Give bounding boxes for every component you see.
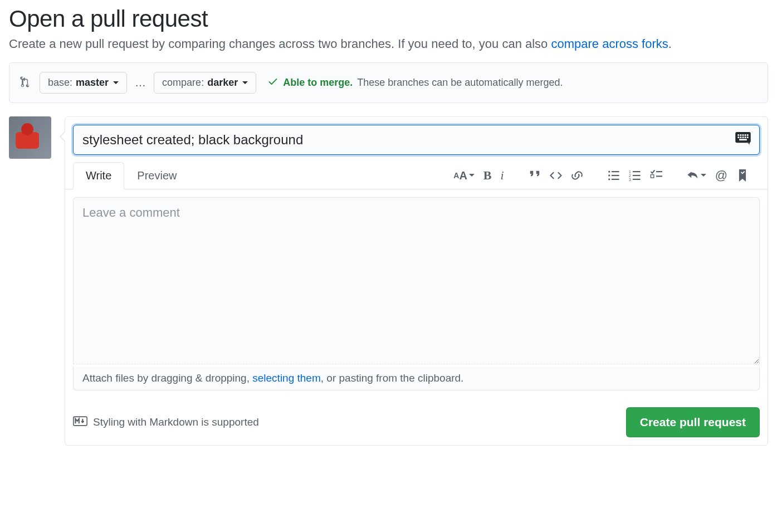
- svg-rect-11: [739, 139, 747, 141]
- svg-rect-24: [633, 178, 641, 179]
- ol-button[interactable]: 123: [627, 167, 643, 184]
- bold-button[interactable]: B: [481, 167, 494, 184]
- caret-down-icon: [113, 81, 119, 84]
- caret-down-icon: [242, 81, 248, 84]
- keyboard-icon[interactable]: 1: [735, 132, 751, 147]
- svg-point-17: [608, 178, 610, 180]
- svg-point-15: [608, 174, 610, 176]
- svg-rect-2: [740, 134, 742, 136]
- italic-button[interactable]: i: [499, 167, 506, 184]
- subtitle-text-post: .: [668, 37, 672, 51]
- merge-status-rest: These branches can be automatically merg…: [357, 77, 563, 89]
- svg-rect-22: [633, 175, 641, 176]
- tab-preview[interactable]: Preview: [124, 162, 189, 189]
- comment-textarea[interactable]: [73, 197, 760, 364]
- attach-hint[interactable]: Attach files by dragging & dropping, sel…: [73, 367, 760, 391]
- svg-rect-5: [747, 134, 749, 136]
- svg-rect-27: [656, 175, 662, 177]
- tab-write[interactable]: Write: [73, 162, 124, 189]
- page-subtitle: Create a new pull request by comparing c…: [9, 37, 768, 51]
- mention-button[interactable]: @: [713, 167, 730, 184]
- pr-title-input[interactable]: [73, 125, 760, 155]
- svg-rect-3: [742, 134, 744, 136]
- git-compare-icon: [19, 76, 32, 90]
- heading-button[interactable]: AA: [451, 168, 477, 183]
- svg-rect-10: [747, 136, 749, 138]
- svg-rect-25: [656, 171, 662, 172]
- svg-point-13: [608, 170, 610, 172]
- pr-form: 1 Write Preview AA B i: [65, 116, 768, 446]
- base-branch-button[interactable]: base: master: [40, 72, 127, 94]
- markdown-icon: [73, 416, 87, 429]
- tasklist-button[interactable]: [648, 167, 664, 184]
- svg-rect-20: [633, 171, 641, 172]
- check-icon: [267, 76, 278, 90]
- formatting-toolbar: AA B i: [442, 167, 760, 184]
- svg-rect-18: [612, 178, 619, 179]
- markdown-hint-text: Styling with Markdown is supported: [93, 416, 259, 428]
- ul-button[interactable]: [605, 167, 622, 184]
- quote-button[interactable]: [526, 167, 543, 184]
- svg-text:1: 1: [747, 141, 751, 144]
- avatar: [9, 116, 51, 159]
- reply-button[interactable]: [685, 167, 708, 184]
- svg-rect-1: [737, 134, 739, 136]
- svg-rect-9: [745, 136, 746, 138]
- svg-rect-16: [612, 175, 619, 176]
- merge-status: Able to merge. These branches can be aut…: [267, 76, 563, 90]
- svg-rect-14: [612, 171, 619, 172]
- svg-rect-4: [745, 134, 746, 136]
- compare-label: compare:: [162, 76, 204, 90]
- base-label: base:: [48, 76, 72, 90]
- svg-rect-7: [740, 136, 742, 138]
- compare-forks-link[interactable]: compare across forks: [551, 37, 668, 51]
- branch-range-box: base: master … compare: darker Able to m…: [9, 62, 768, 103]
- svg-rect-8: [742, 136, 744, 138]
- svg-text:3: 3: [629, 177, 631, 181]
- attach-text-post: , or pasting from the clipboard.: [321, 372, 464, 384]
- select-files-link[interactable]: selecting them: [252, 372, 321, 384]
- markdown-hint[interactable]: Styling with Markdown is supported: [73, 416, 259, 429]
- attach-text-pre: Attach files by dragging & dropping,: [82, 372, 252, 384]
- code-button[interactable]: [548, 167, 564, 184]
- subtitle-text-pre: Create a new pull request by comparing c…: [9, 37, 551, 51]
- base-branch-name: master: [76, 76, 109, 90]
- range-ellipsis: …: [135, 76, 146, 89]
- reference-button[interactable]: [734, 167, 751, 184]
- merge-status-strong: Able to merge.: [283, 77, 353, 89]
- svg-rect-26: [651, 174, 654, 178]
- compare-branch-button[interactable]: compare: darker: [154, 72, 256, 94]
- link-button[interactable]: [569, 167, 585, 184]
- compare-branch-name: darker: [207, 76, 238, 90]
- svg-rect-6: [737, 136, 739, 138]
- page-title: Open a pull request: [9, 6, 768, 32]
- create-pr-button[interactable]: Create pull request: [626, 407, 760, 437]
